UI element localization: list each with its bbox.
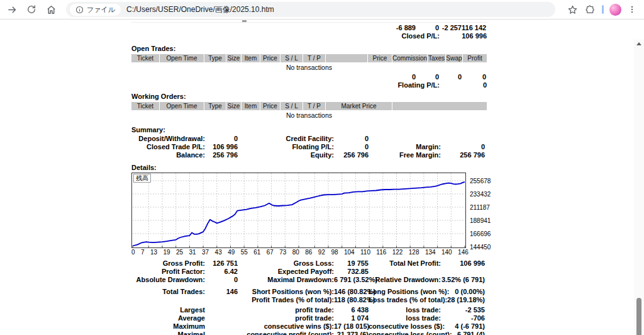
stat-cell: Closed Trade P/L: <box>131 143 205 151</box>
floating-pl-row: Floating P/L: 0 <box>131 81 487 89</box>
closed-pl-value: 106 996 <box>440 32 487 40</box>
x-tick-label: 7 <box>141 249 145 256</box>
x-tick-label: 122 <box>392 249 403 256</box>
column-header: Size <box>226 102 241 110</box>
column-header: Commission <box>392 54 427 62</box>
strategy-report: -6 8890-2 257116 142 Closed P/L: 106 996… <box>131 20 487 335</box>
stat-cell: 19 755 <box>334 259 369 268</box>
stat-row: Gross Profit:126 751Gross Loss:19 755Tot… <box>131 259 487 268</box>
value-cell: 0 <box>131 73 416 81</box>
y-tick-label: 144450 <box>470 244 491 251</box>
floating-totals-row: 0000 <box>131 73 487 81</box>
open-trades-header: TicketOpen TimeTypeSizeItemPriceS / LT /… <box>131 54 487 62</box>
stat-cell: 146 <box>205 288 238 296</box>
address-bar[interactable]: ファイル C:/Users/USER/OneDrive/画像/2025.10.h… <box>66 2 555 17</box>
reload-icon <box>26 4 36 14</box>
open-trades-title: Open Trades: <box>131 45 487 52</box>
y-tick-label: 188941 <box>470 218 491 224</box>
stat-cell: 732.85 <box>334 268 369 276</box>
summary-title: Summary: <box>131 126 487 133</box>
stat-cell <box>441 135 485 143</box>
summary-rows: Deposit/Withdrawal:0Credit Facility:0Clo… <box>131 135 487 159</box>
x-tick-label: 19 <box>163 249 170 256</box>
file-scheme-chip[interactable]: ファイル <box>70 4 121 16</box>
column-header: T / P <box>303 54 325 62</box>
x-tick-label: 116 <box>376 249 386 256</box>
stat-row: Profit Factor:6.42Expected Payoff:732.85 <box>131 268 487 276</box>
y-tick-label: 166696 <box>470 231 491 237</box>
stat-cell: -6 791 (4) <box>441 331 485 335</box>
floating-pl-label: Floating P/L: <box>131 81 440 89</box>
stat-cell: Gross Profit: <box>131 259 205 268</box>
stat-cell: 0 <box>334 135 369 143</box>
stat-cell: consecutive loss (count): <box>369 331 441 335</box>
stat-row: Largestprofit trade:6 438loss trade:-2 5… <box>131 306 487 314</box>
x-tick-label: 104 <box>344 249 355 256</box>
chart-title: 残高 <box>133 174 151 183</box>
y-tick-label: 211187 <box>470 205 490 211</box>
stat-cell: Deposit/Withdrawal: <box>131 135 205 143</box>
closed-pl-row: Closed P/L: 106 996 <box>131 32 487 40</box>
column-header: Price <box>368 54 392 62</box>
column-header: Item <box>242 102 260 110</box>
stat-cell: Total Trades: <box>131 288 205 296</box>
column-header: S / L <box>280 102 303 110</box>
pinned-extension-icon[interactable] <box>602 5 604 14</box>
extensions-button[interactable] <box>583 3 597 16</box>
chart-x-axis: 0713192531374349556167738086929810411011… <box>131 249 469 256</box>
column-header: Open Time <box>160 54 204 62</box>
stat-cell: Long Positions (won %): <box>369 288 441 296</box>
stat-cell: Margin: <box>369 143 441 151</box>
file-chip-label: ファイル <box>87 5 115 14</box>
page-scrollbar[interactable] <box>634 40 644 335</box>
x-tick-label: 55 <box>241 249 248 256</box>
stat-cell: Average <box>131 314 205 322</box>
working-orders-title: Working Orders: <box>131 93 487 100</box>
value-cell: -6 889 <box>131 24 416 32</box>
x-tick-label: 37 <box>202 249 209 256</box>
scrollbar-thumb[interactable] <box>636 298 641 335</box>
stat-cell: Loss trades (% of total): <box>369 296 441 304</box>
stat-cell: 6 438 <box>334 306 369 314</box>
stat-cell: Balance: <box>131 151 205 159</box>
home-button[interactable] <box>44 3 58 16</box>
x-tick-label: 31 <box>189 249 196 256</box>
column-header: Type <box>204 102 226 110</box>
column-header: Size <box>226 54 241 62</box>
stat-cell: Gross Loss: <box>238 259 334 268</box>
x-tick-label: 110 <box>360 249 370 256</box>
stat-cell: 0 <box>205 135 238 143</box>
stat-cell: consecutive profit (count): <box>238 331 334 335</box>
stat-cell: -706 <box>441 314 485 322</box>
stats-bottom-rows: Largestprofit trade:6 438loss trade:-2 5… <box>131 306 487 335</box>
scroll-up-button[interactable] <box>634 40 644 47</box>
menu-button[interactable] <box>625 3 639 16</box>
stat-row: Closed Trade P/L:106 996Floating P/L:0Ma… <box>131 143 487 151</box>
stat-cell: profit trade: <box>238 314 334 322</box>
bookmark-button[interactable] <box>565 3 579 16</box>
stat-row: Total Trades:146Short Positions (won %):… <box>131 288 487 296</box>
forward-button[interactable] <box>5 3 19 16</box>
stat-cell: Largest <box>131 306 205 314</box>
y-tick-label: 233432 <box>470 191 491 198</box>
stats-top-rows: Gross Profit:126 751Gross Loss:19 755Tot… <box>131 259 487 284</box>
working-orders-empty: No transactions <box>131 111 487 119</box>
stat-cell <box>205 314 238 322</box>
stat-cell: 0 (0.00%) <box>441 288 485 296</box>
stat-cell: 256 796 <box>441 151 485 159</box>
report-page: -6 8890-2 257116 142 Closed P/L: 106 996… <box>0 20 644 335</box>
kebab-menu-icon <box>628 4 636 14</box>
x-tick-label: 92 <box>318 249 325 256</box>
home-icon <box>46 4 57 15</box>
closed-pl-label: Closed P/L: <box>131 32 440 40</box>
stat-cell: 1 074 <box>334 314 369 322</box>
stat-row: Maximalconsecutive profit (count):21 373… <box>131 331 487 335</box>
profile-avatar[interactable] <box>609 4 621 16</box>
column-header: Taxes <box>428 54 445 62</box>
reload-button[interactable] <box>25 3 38 16</box>
column-header: S / L <box>280 54 303 62</box>
closed-totals-row: -6 8890-2 257116 142 <box>131 24 487 32</box>
stat-cell: 118 (80.82%) <box>334 296 369 304</box>
x-tick-label: 73 <box>279 249 286 256</box>
x-tick-label: 61 <box>253 249 260 256</box>
